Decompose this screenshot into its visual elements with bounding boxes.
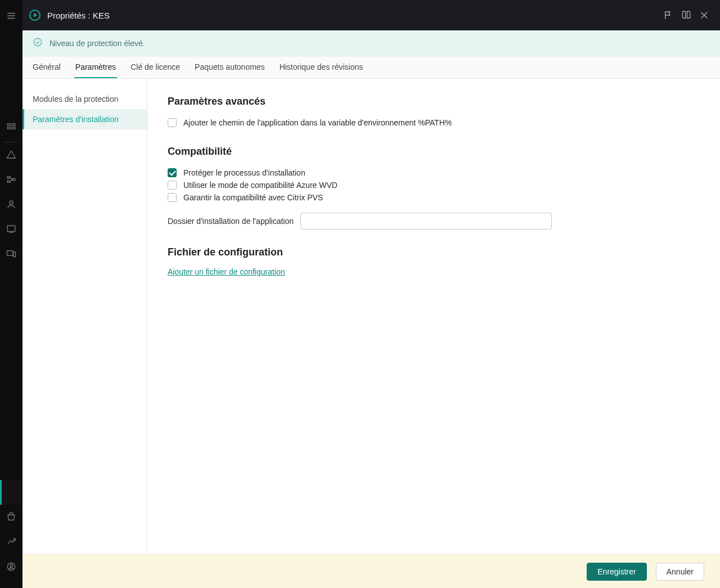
book-icon[interactable] [678, 7, 694, 23]
product-icon [28, 8, 42, 22]
svg-rect-3 [7, 124, 15, 125]
hamburger-menu-icon[interactable] [0, 7, 22, 25]
section-compat-title: Compatibilité [168, 146, 700, 158]
label-azure-wvd: Utiliser le mode de compatibilité Azure … [183, 181, 338, 190]
rail-item-account[interactable] [0, 554, 22, 579]
rail-item-tasks[interactable] [0, 217, 22, 241]
install-folder-input[interactable] [300, 213, 552, 230]
install-folder-label: Dossier d'installation de l'application [168, 217, 294, 226]
check-row-protect-install: Protéger le processus d'installation [168, 167, 700, 179]
svg-point-21 [34, 38, 42, 46]
page-title: Propriétés : KES [47, 11, 110, 20]
install-folder-row: Dossier d'installation de l'application [168, 213, 700, 230]
section-config: Fichier de configuration Ajouter un fich… [168, 246, 700, 276]
topbar: Propriétés : KES [22, 0, 720, 30]
tab-revision-history[interactable]: Historique des révisions [278, 57, 364, 78]
svg-point-15 [14, 538, 16, 540]
subnav-item-installation-settings[interactable]: Paramètres d'installation [22, 109, 147, 129]
flag-icon[interactable] [660, 7, 676, 23]
rail-item-alerts[interactable] [0, 142, 22, 167]
tab-standalone-packages[interactable]: Paquets autonomes [194, 57, 266, 78]
close-icon[interactable] [696, 7, 712, 23]
check-row-citrix-pvs: Garantir la compatibilité avec Citrix PV… [168, 191, 700, 204]
cancel-button[interactable]: Annuler [656, 563, 704, 581]
svg-rect-14 [14, 252, 16, 257]
rail-item-marketplace[interactable] [0, 505, 22, 529]
checkbox-citrix-pvs[interactable] [168, 193, 177, 202]
checkbox-protect-install[interactable] [168, 168, 177, 177]
section-advanced-title: Paramètres avancés [168, 96, 700, 107]
footer: Enregistrer Annuler [22, 554, 720, 588]
svg-rect-6 [7, 181, 10, 182]
checkbox-azure-wvd[interactable] [168, 181, 177, 190]
rail-item-settings[interactable] [0, 529, 22, 554]
save-button[interactable]: Enregistrer [587, 563, 646, 581]
section-compat: Compatibilité Protéger le processus d'in… [168, 146, 700, 230]
subnav: Modules de la protection Paramètres d'in… [22, 79, 147, 554]
checkbox-add-path[interactable] [168, 118, 177, 127]
section-advanced: Paramètres avancés Ajouter le chemin de … [168, 96, 700, 129]
content: Modules de la protection Paramètres d'in… [22, 79, 720, 554]
banner-message: Niveau de protection élevé. [50, 39, 145, 48]
svg-rect-11 [7, 226, 15, 232]
tab-license-key[interactable]: Clé de licence [129, 57, 181, 78]
svg-rect-5 [7, 177, 10, 178]
check-row-add-path: Ajouter le chemin de l'application dans … [168, 116, 700, 129]
svg-point-10 [10, 201, 13, 204]
rail-item-active[interactable] [0, 480, 22, 505]
section-config-title: Fichier de configuration [168, 246, 700, 258]
svg-rect-13 [7, 251, 14, 255]
tab-general[interactable]: Général [32, 57, 62, 78]
main: Paramètres avancés Ajouter le chemin de … [147, 79, 720, 554]
check-row-azure-wvd: Utiliser le mode de compatibilité Azure … [168, 179, 700, 191]
svg-rect-7 [12, 179, 15, 181]
rail-item-assets[interactable] [0, 167, 22, 192]
properties-panel: Propriétés : KES Niveau de protection él… [22, 0, 720, 588]
protection-level-banner: Niveau de protection élevé. [22, 30, 720, 56]
svg-point-17 [10, 564, 13, 567]
left-rail [0, 0, 22, 588]
add-config-file-link[interactable]: Ajouter un fichier de configuration [168, 267, 285, 276]
tabs: Général Paramètres Clé de licence Paquet… [22, 56, 720, 79]
subnav-item-protection-modules[interactable]: Modules de la protection [22, 89, 147, 109]
svg-rect-4 [7, 127, 15, 129]
label-protect-install: Protéger le processus d'installation [183, 168, 305, 177]
label-add-path: Ajouter le chemin de l'application dans … [183, 118, 452, 127]
tab-settings[interactable]: Paramètres [74, 57, 117, 78]
label-citrix-pvs: Garantir la compatibilité avec Citrix PV… [183, 193, 323, 202]
check-circle-icon [33, 37, 43, 49]
rail-item-devices[interactable] [0, 241, 22, 266]
rail-item-dashboard[interactable] [0, 115, 22, 140]
rail-item-users[interactable] [0, 192, 22, 217]
